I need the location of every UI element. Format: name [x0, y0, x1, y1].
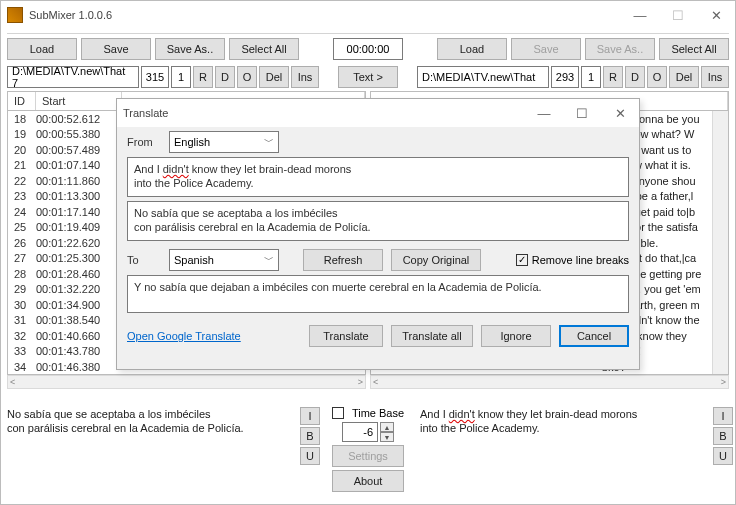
col-start[interactable]: Start	[36, 92, 122, 110]
load-right-button[interactable]: Load	[437, 38, 507, 60]
remove-line-breaks-checkbox[interactable]: ✓Remove line breaks	[516, 254, 629, 266]
titlebar: SubMixer 1.0.0.6 — ☐ ✕	[1, 1, 735, 29]
r-left-button[interactable]: R	[193, 66, 213, 88]
dialog-minimize-button[interactable]: —	[525, 99, 563, 127]
count-right-a[interactable]: 293	[551, 66, 579, 88]
underline-right-button[interactable]: U	[713, 447, 733, 465]
translate-all-button[interactable]: Translate all	[391, 325, 473, 347]
count-left-a[interactable]: 315	[141, 66, 169, 88]
dialog-title: Translate	[123, 107, 525, 119]
ins-left-button[interactable]: Ins	[291, 66, 319, 88]
settings-button[interactable]: Settings	[332, 445, 404, 467]
o-left-button[interactable]: O	[237, 66, 257, 88]
to-language-combo[interactable]: Spanish﹀	[169, 249, 279, 271]
translate-button[interactable]: Translate	[309, 325, 383, 347]
ignore-button[interactable]: Ignore	[481, 325, 551, 347]
underline-left-button[interactable]: U	[300, 447, 320, 465]
step-down-icon[interactable]: ▼	[380, 432, 394, 442]
about-button[interactable]: About	[332, 470, 404, 492]
from-label: From	[127, 136, 161, 148]
minimize-button[interactable]: —	[621, 1, 659, 29]
italic-right-button[interactable]: I	[713, 407, 733, 425]
timebase-checkbox[interactable]: Time Base	[332, 407, 404, 419]
bold-left-button[interactable]: B	[300, 427, 320, 445]
d-right-button[interactable]: D	[625, 66, 645, 88]
o-right-button[interactable]: O	[647, 66, 667, 88]
selectall-right-button[interactable]: Select All	[659, 38, 729, 60]
offset-stepper[interactable]: -6 ▲▼	[342, 422, 394, 442]
save-right-button[interactable]: Save	[511, 38, 581, 60]
scrollbar-v[interactable]	[712, 111, 728, 374]
bold-right-button[interactable]: B	[713, 427, 733, 445]
source-text[interactable]: And I didn't know they let brain-dead mo…	[127, 157, 629, 197]
file-left-input[interactable]: D:\MEDIA\TV.new\That 7	[7, 66, 139, 88]
saveas-left-button[interactable]: Save As..	[155, 38, 225, 60]
center-controls: Time Base -6 ▲▼ Settings About	[322, 403, 414, 504]
count-left-b[interactable]: 1	[171, 66, 191, 88]
app-title: SubMixer 1.0.0.6	[29, 9, 621, 21]
del-right-button[interactable]: Del	[669, 66, 699, 88]
close-button[interactable]: ✕	[697, 1, 735, 29]
open-google-translate-link[interactable]: Open Google Translate	[127, 330, 241, 342]
translate-dialog: Translate — ☐ ✕ From English﹀ And I didn…	[116, 98, 640, 370]
top-toolbar: Load Save Save As.. Select All 00:00:00 …	[1, 35, 735, 63]
scroll-h-left[interactable]: <>	[7, 375, 366, 389]
dialog-close-button[interactable]: ✕	[601, 99, 639, 127]
dialog-titlebar: Translate — ☐ ✕	[117, 99, 639, 127]
step-up-icon[interactable]: ▲	[380, 422, 394, 432]
maximize-button[interactable]: ☐	[659, 1, 697, 29]
ins-right-button[interactable]: Ins	[701, 66, 729, 88]
chevron-down-icon: ﹀	[264, 135, 274, 149]
save-left-button[interactable]: Save	[81, 38, 151, 60]
translation-edit[interactable]: Y no sabía que dejaban a imbéciles con m…	[127, 275, 629, 313]
window-controls: — ☐ ✕	[621, 1, 735, 29]
chevron-down-icon: ﹀	[264, 253, 274, 267]
translation-preview-left: No sabía que se aceptaba a los imbéciles…	[1, 403, 298, 504]
selectall-left-button[interactable]: Select All	[229, 38, 299, 60]
text-right-button[interactable]: Text >	[338, 66, 398, 88]
load-left-button[interactable]: Load	[7, 38, 77, 60]
app-icon	[7, 7, 23, 23]
dialog-maximize-button[interactable]: ☐	[563, 99, 601, 127]
copy-original-button[interactable]: Copy Original	[391, 249, 481, 271]
refresh-button[interactable]: Refresh	[303, 249, 383, 271]
saveas-right-button[interactable]: Save As..	[585, 38, 655, 60]
time-display[interactable]: 00:00:00	[333, 38, 403, 60]
source-preview-right: And I didn't know they let brain-dead mo…	[414, 403, 711, 504]
from-language-combo[interactable]: English﹀	[169, 131, 279, 153]
cancel-button[interactable]: Cancel	[559, 325, 629, 347]
r-right-button[interactable]: R	[603, 66, 623, 88]
col-id[interactable]: ID	[8, 92, 36, 110]
d-left-button[interactable]: D	[215, 66, 235, 88]
scroll-h-right[interactable]: <>	[370, 375, 729, 389]
to-label: To	[127, 254, 161, 266]
bottom-panel: No sabía que se aceptaba a los imbéciles…	[1, 403, 735, 504]
italic-left-button[interactable]: I	[300, 407, 320, 425]
reference-text[interactable]: No sabía que se aceptaba a los imbéciles…	[127, 201, 629, 241]
file-right-input[interactable]: D:\MEDIA\TV.new\That	[417, 66, 549, 88]
del-left-button[interactable]: Del	[259, 66, 289, 88]
file-row: D:\MEDIA\TV.new\That 7 315 1 R D O Del I…	[1, 63, 735, 91]
count-right-b[interactable]: 1	[581, 66, 601, 88]
